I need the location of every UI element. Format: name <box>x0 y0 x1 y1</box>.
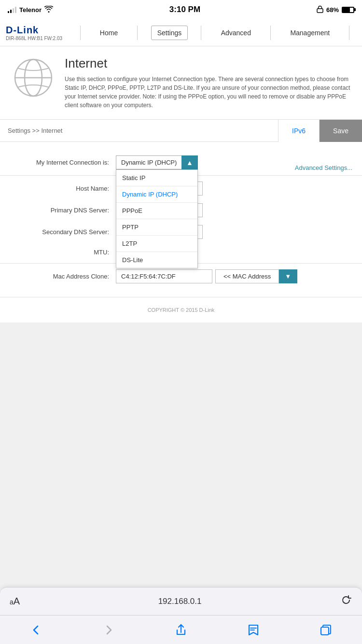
connection-dropdown-menu: Static IP Dynamic IP (DHCP) PPPoE PPTP L… <box>116 169 198 268</box>
nav-advanced[interactable]: Advanced <box>215 26 257 40</box>
bookmarks-button[interactable] <box>241 619 265 641</box>
signal-icon <box>8 6 16 13</box>
nav-divider-1 <box>80 26 81 40</box>
brand-subtitle: DIR-868L HW:B1 FW:2.03 <box>6 36 73 41</box>
nav-divider-4 <box>270 26 271 40</box>
mac-address-control: << MAC Address ▼ <box>116 269 352 283</box>
mac-address-label: Mac Address Clone: <box>10 273 116 280</box>
globe-icon <box>12 56 55 99</box>
dropdown-toggle[interactable]: ▲ <box>181 155 198 169</box>
advanced-settings-link[interactable]: Advanced Settings... <box>295 164 352 171</box>
copyright-text: COPYRIGHT © 2015 D-Link <box>148 307 215 313</box>
battery-percentage: 68% <box>326 6 339 14</box>
battery-icon <box>342 7 354 13</box>
dropdown-option-l2tp[interactable]: L2TP <box>116 236 197 252</box>
page-description: Use this section to configure your Inter… <box>65 75 350 110</box>
page-title: Internet <box>65 56 350 71</box>
refresh-button[interactable] <box>340 594 352 609</box>
mac-address-dropdown[interactable]: ▼ <box>279 269 297 283</box>
back-button[interactable] <box>24 619 48 641</box>
connection-select-wrapper: Dynamic IP (DHCP) ▲ <box>116 155 198 169</box>
dropdown-option-dynamic-ip[interactable]: Dynamic IP (DHCP) <box>116 186 197 203</box>
tabs-button[interactable] <box>314 619 338 641</box>
svg-rect-4 <box>321 627 329 635</box>
footer: COPYRIGHT © 2015 D-Link <box>0 297 362 322</box>
browser-url[interactable]: 192.168.0.1 <box>158 597 202 606</box>
forward-button[interactable] <box>97 619 121 641</box>
dropdown-option-pptp[interactable]: PPTP <box>116 219 197 236</box>
breadcrumb-buttons: IPv6 Save <box>278 120 362 142</box>
nav-divider-5 <box>349 26 349 40</box>
internet-description: Internet Use this section to configure y… <box>65 56 350 110</box>
brand-name: D-Link <box>6 25 73 36</box>
carrier-label: Telenor <box>19 6 42 14</box>
brand: D-Link DIR-868L HW:B1 FW:2.03 <box>6 25 73 41</box>
svg-rect-0 <box>317 9 323 13</box>
secondary-dns-label: Secondary DNS Server: <box>10 228 116 236</box>
nav-management[interactable]: Management <box>284 26 336 40</box>
nav-divider-2 <box>137 26 138 40</box>
ipv6-button[interactable]: IPv6 <box>278 120 319 142</box>
mtu-label: MTU: <box>10 249 116 256</box>
nav-divider-3 <box>201 26 201 40</box>
wifi-icon <box>44 6 53 14</box>
dropdown-option-pppoe[interactable]: PPPoE <box>116 203 197 219</box>
primary-dns-label: Primary DNS Server: <box>10 207 116 214</box>
mac-btn-wrapper: << MAC Address ▼ <box>215 269 297 283</box>
status-left: Telenor <box>8 6 53 14</box>
bottom-nav <box>0 615 362 644</box>
form-area: My Internet Connection is: Dynamic IP (D… <box>0 142 362 297</box>
dropdown-option-static-ip[interactable]: Static IP <box>116 170 197 186</box>
nav-home[interactable]: Home <box>94 26 124 40</box>
breadcrumb-bar: Settings >> Internet IPv6 Save <box>0 120 362 142</box>
connection-label: My Internet Connection is: <box>10 159 116 166</box>
time-label: 3:10 PM <box>169 5 200 14</box>
mac-address-input[interactable] <box>116 269 212 283</box>
hostname-label: Host Name: <box>10 185 116 192</box>
dropdown-option-ds-lite[interactable]: DS-Lite <box>116 252 197 268</box>
font-size-control[interactable]: aA <box>10 596 20 607</box>
lock-icon <box>317 5 323 14</box>
internet-header: Internet Use this section to configure y… <box>0 46 362 120</box>
nav-links: Home Settings Advanced Management <box>73 19 356 46</box>
browser-bar: aA 192.168.0.1 <box>0 587 362 615</box>
save-button[interactable]: Save <box>319 120 362 142</box>
mac-address-row: Mac Address Clone: << MAC Address ▼ <box>0 266 362 287</box>
mac-address-button[interactable]: << MAC Address <box>215 269 279 283</box>
breadcrumb: Settings >> Internet <box>0 127 62 134</box>
status-right: 68% <box>317 5 354 14</box>
status-bar: Telenor 3:10 PM 68% <box>0 0 362 19</box>
nav-bar: D-Link DIR-868L HW:B1 FW:2.03 Home Setti… <box>0 19 362 46</box>
nav-settings[interactable]: Settings <box>151 26 188 40</box>
share-button[interactable] <box>169 619 193 641</box>
